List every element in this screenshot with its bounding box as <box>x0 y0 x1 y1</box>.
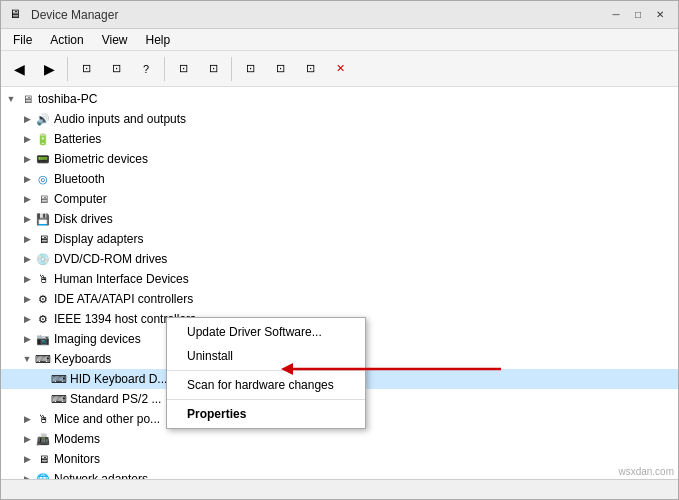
icon-audio: 🔊 <box>35 111 51 127</box>
icon-hid-keyboard: ⌨ <box>51 371 67 387</box>
icon-ide: ⚙ <box>35 291 51 307</box>
icon-dvd: 💿 <box>35 251 51 267</box>
toolbar-separator-2 <box>164 57 165 81</box>
label-root: toshiba-PC <box>38 92 97 106</box>
title-bar-left: 🖥 Device Manager <box>9 7 118 23</box>
tree-item-batteries[interactable]: ▶ 🔋 Batteries <box>1 129 678 149</box>
expand-ieee[interactable]: ▶ <box>19 311 35 327</box>
label-disk: Disk drives <box>54 212 113 226</box>
minimize-button[interactable]: ─ <box>606 6 626 24</box>
menu-file[interactable]: File <box>5 31 40 49</box>
ctx-separator-2 <box>167 399 365 400</box>
expand-bluetooth[interactable]: ▶ <box>19 171 35 187</box>
ctx-properties[interactable]: Properties <box>167 402 365 426</box>
expand-display[interactable]: ▶ <box>19 231 35 247</box>
window-icon: 🖥 <box>9 7 25 23</box>
expand-computer[interactable]: ▶ <box>19 191 35 207</box>
status-bar <box>1 479 678 499</box>
tree-item-modems[interactable]: ▶ 📠 Modems <box>1 429 678 449</box>
tree-item-disk[interactable]: ▶ 💾 Disk drives <box>1 209 678 229</box>
expand-mice[interactable]: ▶ <box>19 411 35 427</box>
tree-item-network[interactable]: ▶ 🌐 Network adapters <box>1 469 678 479</box>
expand-dvd[interactable]: ▶ <box>19 251 35 267</box>
ctx-update-driver[interactable]: Update Driver Software... <box>167 320 365 344</box>
label-modems: Modems <box>54 432 100 446</box>
window-title: Device Manager <box>31 8 118 22</box>
expand-monitors[interactable]: ▶ <box>19 451 35 467</box>
tree-item-audio[interactable]: ▶ 🔊 Audio inputs and outputs <box>1 109 678 129</box>
device-manager-window: 🖥 Device Manager ─ □ ✕ File Action View … <box>0 0 679 500</box>
label-batteries: Batteries <box>54 132 101 146</box>
menu-bar: File Action View Help <box>1 29 678 51</box>
label-network: Network adapters <box>54 472 148 479</box>
expand-disk[interactable]: ▶ <box>19 211 35 227</box>
icon-hid: 🖱 <box>35 271 51 287</box>
icon-bluetooth: ◎ <box>35 171 51 187</box>
label-display: Display adapters <box>54 232 143 246</box>
toolbar-btn-7[interactable]: ⊡ <box>266 55 294 83</box>
expand-batteries[interactable]: ▶ <box>19 131 35 147</box>
tree-item-root[interactable]: ▼ 🖥 toshiba-PC <box>1 89 678 109</box>
icon-computer2: 🖥 <box>35 191 51 207</box>
icon-batteries: 🔋 <box>35 131 51 147</box>
menu-view[interactable]: View <box>94 31 136 49</box>
back-button[interactable]: ◀ <box>5 55 33 83</box>
tree-item-biometric[interactable]: ▶ 📟 Biometric devices <box>1 149 678 169</box>
toolbar-btn-2[interactable]: ⊡ <box>102 55 130 83</box>
tree-item-monitors[interactable]: ▶ 🖥 Monitors <box>1 449 678 469</box>
tree-item-hid[interactable]: ▶ 🖱 Human Interface Devices <box>1 269 678 289</box>
tree-item-computer[interactable]: ▶ 🖥 Computer <box>1 189 678 209</box>
content-area: ▼ 🖥 toshiba-PC ▶ 🔊 Audio inputs and outp… <box>1 87 678 479</box>
icon-disk: 💾 <box>35 211 51 227</box>
menu-action[interactable]: Action <box>42 31 91 49</box>
ctx-scan-hardware[interactable]: Scan for hardware changes <box>167 373 365 397</box>
forward-button[interactable]: ▶ <box>35 55 63 83</box>
label-bluetooth: Bluetooth <box>54 172 105 186</box>
icon-monitors: 🖥 <box>35 451 51 467</box>
toolbar-btn-1[interactable]: ⊡ <box>72 55 100 83</box>
ctx-uninstall[interactable]: Uninstall <box>167 344 365 368</box>
toolbar-btn-3[interactable]: ? <box>132 55 160 83</box>
tree-item-ide[interactable]: ▶ ⚙ IDE ATA/ATAPI controllers <box>1 289 678 309</box>
toolbar-btn-8[interactable]: ⊡ <box>296 55 324 83</box>
icon-ieee: ⚙ <box>35 311 51 327</box>
icon-imaging: 📷 <box>35 331 51 347</box>
label-computer: Computer <box>54 192 107 206</box>
expand-biometric[interactable]: ▶ <box>19 151 35 167</box>
toolbar-separator-1 <box>67 57 68 81</box>
menu-help[interactable]: Help <box>138 31 179 49</box>
maximize-button[interactable]: □ <box>628 6 648 24</box>
label-hid: Human Interface Devices <box>54 272 189 286</box>
expand-ide[interactable]: ▶ <box>19 291 35 307</box>
toolbar-btn-9[interactable]: ✕ <box>326 55 354 83</box>
expand-root[interactable]: ▼ <box>3 91 19 107</box>
context-menu: Update Driver Software... Uninstall Scan… <box>166 317 366 429</box>
label-hid-keyboard: HID Keyboard D... <box>70 372 167 386</box>
icon-mice: 🖱 <box>35 411 51 427</box>
icon-ps2: ⌨ <box>51 391 67 407</box>
icon-keyboards: ⌨ <box>35 351 51 367</box>
icon-biometric: 📟 <box>35 151 51 167</box>
toolbar: ◀ ▶ ⊡ ⊡ ? ⊡ ⊡ ⊡ ⊡ ⊡ ✕ <box>1 51 678 87</box>
expand-modems[interactable]: ▶ <box>19 431 35 447</box>
expand-network[interactable]: ▶ <box>19 471 35 479</box>
title-controls: ─ □ ✕ <box>606 6 670 24</box>
tree-item-dvd[interactable]: ▶ 💿 DVD/CD-ROM drives <box>1 249 678 269</box>
expand-audio[interactable]: ▶ <box>19 111 35 127</box>
icon-computer: 🖥 <box>19 91 35 107</box>
icon-modems: 📠 <box>35 431 51 447</box>
expand-imaging[interactable]: ▶ <box>19 331 35 347</box>
ctx-separator-1 <box>167 370 365 371</box>
close-button[interactable]: ✕ <box>650 6 670 24</box>
label-mice: Mice and other po... <box>54 412 160 426</box>
expand-keyboards[interactable]: ▼ <box>19 351 35 367</box>
tree-item-bluetooth[interactable]: ▶ ◎ Bluetooth <box>1 169 678 189</box>
expand-hid[interactable]: ▶ <box>19 271 35 287</box>
toolbar-btn-5[interactable]: ⊡ <box>199 55 227 83</box>
tree-item-display[interactable]: ▶ 🖥 Display adapters <box>1 229 678 249</box>
label-dvd: DVD/CD-ROM drives <box>54 252 167 266</box>
label-ps2: Standard PS/2 ... <box>70 392 161 406</box>
toolbar-btn-4[interactable]: ⊡ <box>169 55 197 83</box>
toolbar-btn-6[interactable]: ⊡ <box>236 55 264 83</box>
label-imaging: Imaging devices <box>54 332 141 346</box>
